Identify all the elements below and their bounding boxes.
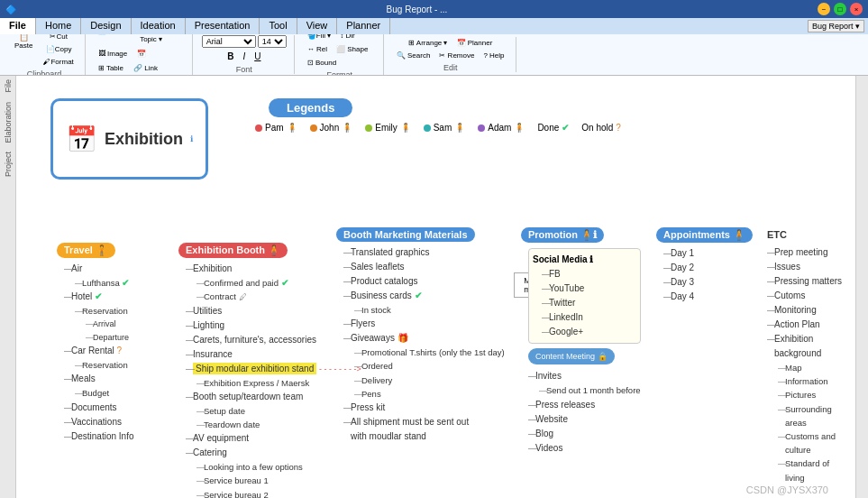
promo-googleplus: Google+ [542,325,636,339]
tab-presentation[interactable]: Presentation [186,18,260,34]
window-controls: − □ × [818,3,863,15]
booth-insurance: Insurance [186,347,361,362]
mkt-catalogs: Product catalogs [343,274,505,289]
schedule-button[interactable]: 📅 [133,48,150,60]
mind-map: 📅 Exhibition ℹ Legends Pam🧍 John🧍 Emily🧍… [25,85,846,498]
etc-standard: Standard of living [778,456,846,484]
topic-group: 📝 Note ▾ NewTopic ▾ 🖼 Image 📅 ⊞ Table 🔗 … [87,34,193,76]
tab-design[interactable]: Design [81,18,131,34]
watermark: CSDN @JYSX370 [746,484,828,495]
etc-prep: Prep meeting [767,245,846,260]
appt-day4: Day 4 [663,290,753,304]
booth-service1: Service bureau 1 [196,474,361,487]
shape-button[interactable]: ⬜ Shape [333,43,371,55]
tab-tool[interactable]: Tool [260,18,297,34]
social-media-items: FB YouTube Twitter LinkedIn Google+ [542,267,636,339]
promo-website: Website [528,412,641,427]
ribbon-content: 📋Paste ✂Cut 📄Copy 🖌Format Clipboard 📝 No… [0,34,868,76]
sidebar-tab-elaboration[interactable]: Elaboration [4,102,13,143]
booth-exhibition: Exhibition [186,262,361,276]
direction-button[interactable]: ↕ Dir [336,34,358,42]
planner-btn[interactable]: 📅 Planner [453,37,497,49]
mkt-allshipment: All shipment must be sent out with moudl… [343,415,479,444]
booth-av: AV equipment [186,431,361,446]
tab-planner[interactable]: Planner [337,18,390,34]
legend-onhold: On hold? [581,123,621,133]
etc-title: ETC [760,227,794,242]
bug-report-button[interactable]: Bug Report ▾ [808,20,864,32]
promotion-content: Social Media ℹ FB YouTube Twitter Linked… [528,248,641,456]
right-sidebar [855,76,868,498]
booth-content: Exhibition Confirmed and paid ✔ Contract… [186,262,361,498]
tab-ideation[interactable]: Ideation [132,18,186,34]
booth-catering-note: Looking into a few options [196,460,361,474]
central-node: 📅 Exhibition ℹ [50,98,208,180]
sidebar-tab-file[interactable]: File [4,79,13,93]
tab-view[interactable]: View [297,18,338,34]
bold-button[interactable]: B [224,50,237,63]
remove-button[interactable]: ✂ Remove [435,50,478,61]
tab-home[interactable]: Home [36,18,81,34]
travel-budget: Budget [75,386,134,400]
sidebar-tab-project[interactable]: Project [4,152,13,177]
travel-lufthansa: Lufthansa ✔ [75,276,134,290]
tab-file[interactable]: File [0,18,36,34]
travel-destination: Destination Info [64,429,134,444]
legend-emily: Emily🧍 [365,123,410,133]
window-title: Bug Report - ... [16,5,818,14]
link-button[interactable]: 🔗 Link [130,62,161,74]
size-select[interactable]: 14 [258,35,287,48]
etc-pictures: Pictures [778,388,846,401]
travel-branch: Travel 🧍 Air Lufthansa ✔ Hotel ✔ Reserva… [57,243,134,444]
left-sidebar: File Elaboration Project [0,76,16,498]
help-button[interactable]: ? Help [480,50,507,61]
booth-setup-team: Booth setup/teardown team [186,390,361,404]
close-button[interactable]: × [850,3,863,15]
appointments-title: Appointments 🧍 [656,227,753,243]
travel-title: Travel 🧍 [57,243,115,258]
social-media-title: Social Media ℹ [533,253,636,267]
mkt-giveaways: Giveaways 🎁 [343,331,505,346]
copy-button[interactable]: 📄Copy [40,43,77,55]
marketing-content-wrapper: Translated graphics Sales leaflets Produ… [336,245,505,444]
central-info-icon: ℹ [190,134,193,143]
appointments-branch: Appointments 🧍 Day 1 Day 2 Day 3 Day 4 [656,227,753,304]
travel-carrental-reservation: Reservation [75,358,134,372]
format-button[interactable]: 🖌Format [40,56,77,68]
italic-button[interactable]: I [239,50,249,63]
promo-blog: Blog [528,427,641,441]
promo-youtube: YouTube [542,281,636,296]
search-button[interactable]: 🔍 Search [393,50,434,61]
legends-title: Legends [287,101,334,115]
underline-button[interactable]: U [251,50,264,63]
content-meeting-btn[interactable]: Content Meeting 🔒 [528,348,615,364]
mkt-biz-cards: Business cards ✔ [343,289,505,303]
marketing-content: Translated graphics Sales leaflets Produ… [343,245,505,444]
promo-sendout: Send out 1 month before [539,383,641,397]
image-button[interactable]: 🖼 Image [95,48,131,60]
font-select[interactable]: Arial [202,35,256,48]
legend-sam: Sam🧍 [424,123,466,133]
new-topic-button[interactable]: NewTopic ▾ [136,34,166,45]
travel-hotel: Hotel ✔ [64,290,134,304]
mkt-flyers: Flyers [343,317,505,331]
promo-invites: Invites [528,369,641,383]
arrange-button[interactable]: ⊞ Arrange ▾ [405,37,451,49]
etc-customs-culture: Customs and culture [778,429,846,456]
title-bar: 🔷 Bug Report - ... − □ × [0,0,868,18]
etc-branch: ETC Prep meeting Issues Pressing matters… [760,227,846,484]
fill-button[interactable]: 🪣Fill ▾ [304,34,334,42]
minimize-button[interactable]: − [818,3,830,15]
table-button[interactable]: ⊞ Table [95,62,127,74]
relation-button[interactable]: ↔ Rel [304,43,331,55]
appt-day1: Day 1 [663,246,753,261]
paste-button[interactable]: 📋Paste [11,34,36,68]
etc-content: Prep meeting Issues Pressing matters Cut… [767,245,846,484]
boundary-button[interactable]: ⊡ Bound [304,57,340,69]
legends-box: Legends [269,98,352,117]
canvas: 📅 Exhibition ℹ Legends Pam🧍 John🧍 Emily🧍… [16,76,855,498]
maximize-button[interactable]: □ [834,3,846,15]
legend-john: John🧍 [310,123,353,133]
note-button[interactable]: 📝 Note ▾ [95,34,133,45]
cut-button[interactable]: ✂Cut [40,34,77,42]
